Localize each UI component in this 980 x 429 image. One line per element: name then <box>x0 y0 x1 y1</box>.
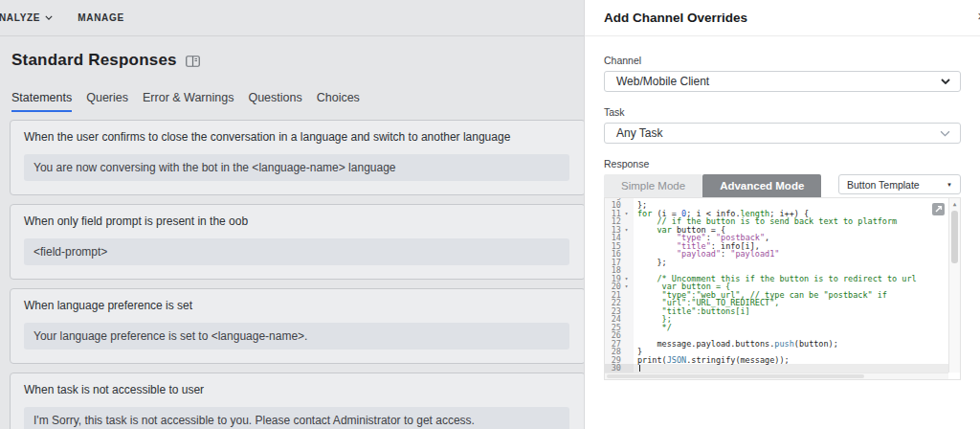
channel-label: Channel <box>604 55 961 66</box>
card-message: <field-prompt> <box>24 238 569 265</box>
response-tabs: StatementsQueriesError & WarningsQuestio… <box>11 91 584 112</box>
dropdown-arrow-icon: ▼ <box>947 182 952 188</box>
editor-line: 30 <box>605 364 948 373</box>
editor-vscrollbar[interactable]: ▲ <box>948 198 960 373</box>
fold-icon[interactable]: ▾ <box>621 226 632 235</box>
editor-hscrollbar[interactable] <box>605 373 948 379</box>
card-condition: When language preference is set <box>24 299 569 312</box>
editor-line: 27 message.payload.buttons.push(button); <box>605 340 948 349</box>
nav-analyze-label: ANALYZE <box>0 12 40 23</box>
task-select-value: Any Task <box>616 126 662 140</box>
card-message: You are now conversing with the bot in t… <box>24 154 569 181</box>
task-label: Task <box>604 106 961 118</box>
panel-body: Channel Web/Mobile Client Task Any Task … <box>585 36 980 380</box>
panel-title: Add Channel Overrides <box>604 11 747 25</box>
editor-line: 17 }; <box>605 259 948 267</box>
panel-header: Add Channel Overrides × <box>585 0 980 36</box>
tab-queries[interactable]: Queries <box>86 91 128 112</box>
nav-manage-label: MANAGE <box>78 12 124 23</box>
channel-select[interactable]: Web/Mobile Client <box>604 71 961 92</box>
book-icon <box>186 56 200 67</box>
editor-lines: 9 "10};11▾for (i = 0; i < info.length; i… <box>605 198 948 373</box>
mode-tab-simple-mode[interactable]: Simple Mode <box>604 174 702 197</box>
line-number: 30 <box>605 364 621 373</box>
template-select-value: Button Template <box>847 179 920 191</box>
vscroll-thumb[interactable] <box>951 211 958 263</box>
task-select[interactable]: Any Task <box>604 123 961 144</box>
card-condition: When task is not accessible to user <box>24 383 569 396</box>
response-header: Simple ModeAdvanced Mode Button Template… <box>604 174 961 197</box>
page-title: Standard Responses <box>11 51 177 70</box>
response-card[interactable]: When task is not accessible to userI'm S… <box>10 373 584 429</box>
chevron-down-icon <box>45 15 53 20</box>
card-message: I'm Sorry, this task is not accessible t… <box>24 407 569 429</box>
code-editor[interactable]: 9 "10};11▾for (i = 0; i < info.length; i… <box>604 197 961 380</box>
top-navbar: ANALYZE MANAGE <box>0 0 584 36</box>
card-condition: When only field prompt is present in the… <box>24 214 569 228</box>
response-card-list: When the user confirms to close the conv… <box>10 120 584 429</box>
main-area: ANALYZE MANAGE Standard Responses Statem… <box>0 0 584 429</box>
editor-line: 29print(JSON.stringify(message)); <box>605 356 948 365</box>
template-select[interactable]: Button Template ▼ <box>838 174 961 194</box>
response-label: Response <box>604 158 961 169</box>
fold-icon[interactable]: ▾ <box>621 275 632 283</box>
mode-tab-advanced-mode[interactable]: Advanced Mode <box>702 174 821 197</box>
expand-editor-icon[interactable] <box>932 203 945 215</box>
add-channel-overrides-panel: Add Channel Overrides × Channel Web/Mobi… <box>584 0 980 429</box>
scroll-up-icon[interactable]: ▲ <box>949 198 960 209</box>
nav-item-manage[interactable]: MANAGE <box>78 12 124 23</box>
card-condition: When the user confirms to close the conv… <box>24 130 569 144</box>
fold-icon[interactable]: ▾ <box>621 210 632 218</box>
tab-questions[interactable]: Questions <box>248 91 301 112</box>
tab-choices[interactable]: Choices <box>317 91 360 112</box>
hscroll-thumb[interactable] <box>607 374 864 378</box>
fold-icon[interactable]: ▾ <box>621 282 632 291</box>
page-content: Standard Responses StatementsQueriesErro… <box>0 51 584 429</box>
chevron-down-icon <box>940 130 950 137</box>
editor-line: 25 */ <box>605 324 948 332</box>
response-card[interactable]: When language preference is setYour lang… <box>10 288 584 364</box>
text-cursor <box>639 365 640 373</box>
app-root: ANALYZE MANAGE Standard Responses Statem… <box>0 0 980 429</box>
tab-error-warnings[interactable]: Error & Warnings <box>143 91 234 112</box>
nav-item-analyze[interactable]: ANALYZE <box>0 12 53 23</box>
card-message: Your language preference is set to <lang… <box>24 323 569 350</box>
tab-statements[interactable]: Statements <box>11 91 72 112</box>
channel-select-value: Web/Mobile Client <box>616 75 709 88</box>
chevron-down-icon <box>941 79 950 84</box>
mode-tabs: Simple ModeAdvanced Mode <box>604 174 821 197</box>
response-card[interactable]: When only field prompt is present in the… <box>10 204 584 280</box>
response-card[interactable]: When the user confirms to close the conv… <box>10 120 584 195</box>
